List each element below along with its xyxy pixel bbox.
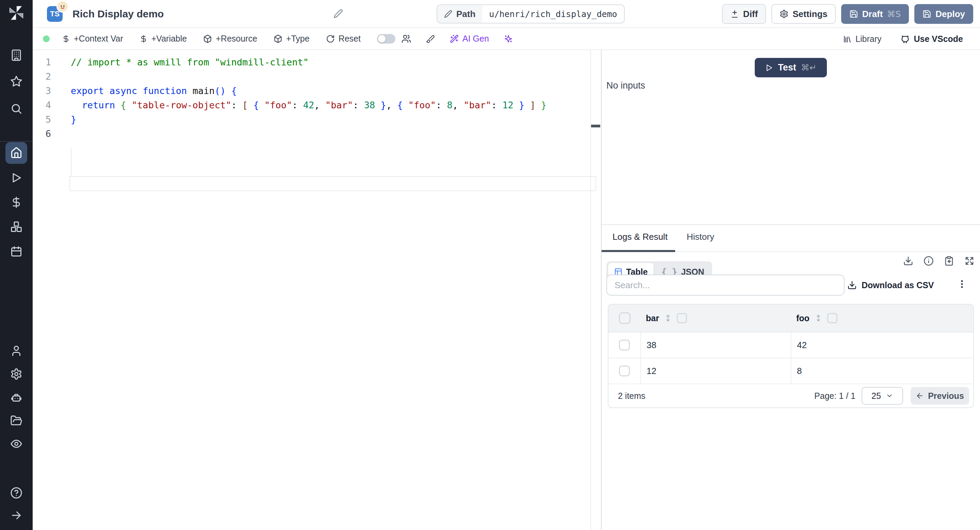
home-icon[interactable] — [5, 142, 27, 164]
line-number: 2 — [33, 69, 51, 84]
save-icon — [850, 10, 858, 18]
info-icon[interactable] — [924, 256, 934, 266]
folder-open-icon[interactable] — [0, 415, 33, 427]
search-icon[interactable] — [0, 102, 33, 115]
active-line-highlight — [69, 176, 596, 191]
tab-history[interactable]: History — [687, 231, 714, 242]
code-editor[interactable]: 1// import * as wmill from "windmill-cli… — [33, 50, 601, 530]
diff-mode-toggle[interactable] — [377, 34, 395, 44]
add-type-button[interactable]: +Type — [274, 34, 310, 44]
page-size-select[interactable]: 25 — [862, 387, 903, 405]
expand-icon[interactable] — [964, 256, 975, 266]
wand-sparkles-icon — [450, 34, 459, 43]
sidebar — [0, 0, 33, 530]
search-input[interactable] — [606, 275, 845, 296]
ai-gen-button[interactable]: AI Gen — [450, 34, 489, 44]
buildings-icon[interactable] — [0, 49, 33, 61]
sort-icon[interactable] — [814, 314, 822, 322]
row-checkbox[interactable] — [619, 340, 630, 351]
result-actions — [903, 256, 975, 266]
download-csv-button[interactable]: Download as CSV — [847, 275, 934, 296]
editor-scrollbar-track[interactable] — [590, 50, 591, 530]
add-variable-button[interactable]: +Variable — [140, 34, 187, 44]
panel-splitter-horizontal[interactable] — [601, 224, 980, 225]
library-icon — [843, 35, 852, 44]
reset-button[interactable]: Reset — [326, 34, 361, 44]
windmill-logo[interactable] — [0, 5, 33, 21]
column-header-foo[interactable]: foo — [796, 313, 810, 323]
deploy-button[interactable]: Deploy — [914, 4, 973, 24]
editor-toolbar: +Context Var +Variable +Resource +Type — [33, 28, 980, 50]
download-icon — [847, 280, 857, 290]
draft-button[interactable]: Draft ⌘S — [841, 4, 909, 24]
line-number: 3 — [33, 84, 51, 98]
package-icon — [203, 34, 212, 43]
column-filter-foo[interactable] — [827, 313, 837, 323]
help-icon[interactable] — [0, 487, 33, 499]
settings-gear-icon[interactable] — [0, 368, 33, 380]
cell-bar: 38 — [646, 340, 656, 351]
script-path-field[interactable]: Path u/henri/rich_display_demo — [437, 5, 625, 24]
column-filter-bar[interactable] — [677, 313, 687, 323]
vscode-cat-icon — [900, 34, 910, 44]
sort-icon[interactable] — [664, 314, 672, 322]
emoji-avatar — [56, 0, 69, 13]
boxes-icon[interactable] — [0, 221, 33, 233]
cell-bar: 12 — [646, 366, 656, 377]
calendar-icon[interactable] — [0, 245, 33, 257]
code-line: } — [71, 112, 76, 127]
edit-title-pencil-icon[interactable] — [334, 9, 343, 18]
header-actions: Diff Settings Draft ⌘S — [722, 4, 973, 24]
cell-foo: 8 — [797, 366, 802, 377]
save-icon — [923, 10, 931, 18]
gear-icon — [780, 10, 788, 18]
tab-logs-result[interactable]: Logs & Result — [612, 231, 668, 242]
indent-guide — [71, 148, 72, 177]
dollar-icon — [140, 35, 148, 43]
windmill-script-editor: TS Rich Display demo Path u/henri/rich_d… — [0, 0, 980, 530]
download-icon[interactable] — [903, 256, 913, 266]
path-label-segment: Path — [437, 5, 482, 23]
users-icon[interactable] — [401, 34, 411, 44]
path-label: Path — [456, 9, 476, 19]
add-resource-button[interactable]: +Resource — [203, 34, 257, 44]
star-icon[interactable] — [0, 75, 33, 88]
line-number: 1 — [33, 55, 51, 69]
code-line: return { "table-row-object": [ { "foo": … — [71, 98, 546, 112]
user-icon[interactable] — [0, 345, 33, 357]
diff-button[interactable]: Diff — [722, 4, 766, 24]
column-header-bar[interactable]: bar — [646, 313, 659, 323]
active-tab-underline — [601, 250, 675, 252]
items-count: 2 items — [618, 391, 646, 401]
play-icon[interactable] — [0, 172, 33, 184]
sparkles-icon[interactable] — [504, 34, 513, 43]
code-line: // import * as wmill from "windmill-clie… — [71, 55, 309, 69]
use-vscode-button[interactable]: Use VScode — [900, 34, 963, 44]
chevron-down-icon — [886, 392, 893, 399]
format-brush-icon[interactable] — [426, 34, 435, 43]
test-run-button[interactable]: Test ⌘↵ — [755, 58, 827, 77]
library-button[interactable]: Library — [843, 34, 881, 44]
diff-icon — [730, 10, 739, 18]
table-menu-kebab[interactable] — [957, 279, 967, 289]
bot-icon[interactable] — [0, 391, 33, 404]
select-all-checkbox[interactable] — [619, 312, 630, 324]
expand-sidebar-icon[interactable] — [0, 509, 33, 521]
path-value: u/henri/rich_display_demo — [482, 5, 624, 23]
play-icon — [765, 64, 773, 72]
row-checkbox[interactable] — [619, 366, 630, 377]
previous-page-button[interactable]: Previous — [911, 387, 969, 405]
no-inputs-text: No inputs — [606, 80, 645, 91]
add-context-var-button[interactable]: +Context Var — [62, 34, 123, 44]
top-header: TS Rich Display demo Path u/henri/rich_d… — [33, 0, 980, 28]
eye-icon[interactable] — [0, 438, 33, 450]
settings-button[interactable]: Settings — [772, 4, 836, 24]
test-shortcut: ⌘↵ — [801, 63, 817, 73]
dollar-icon[interactable] — [0, 196, 33, 208]
table-header-row: bar foo — [608, 305, 973, 332]
clipboard-copy-icon[interactable] — [944, 256, 954, 266]
arrow-left-icon — [916, 392, 924, 400]
toolbar-right: Library Use VScode — [843, 28, 963, 50]
preview-panel: Test ⌘↵ No inputs Logs & Result History … — [601, 50, 980, 530]
rotate-icon — [326, 34, 335, 43]
